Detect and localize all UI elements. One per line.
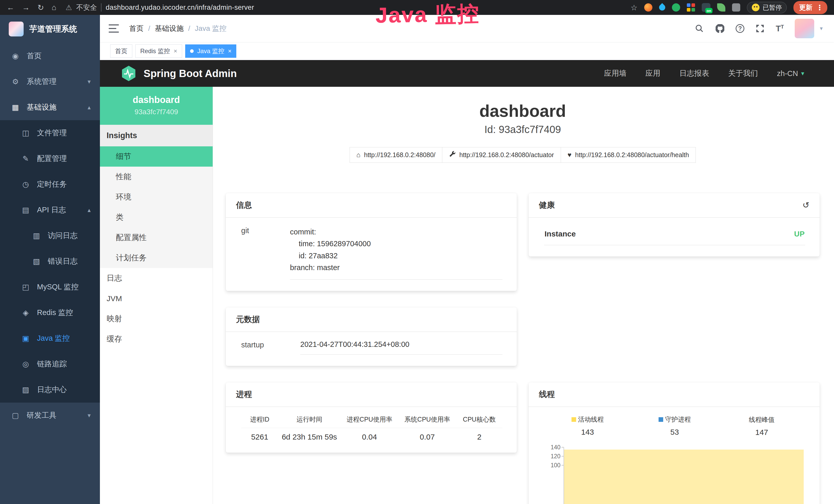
sidebar-item-file[interactable]: ◫ 文件管理 [0, 120, 100, 146]
tab-label: Redis 监控 [140, 47, 170, 55]
breadcrumb-home[interactable]: 首页 [129, 24, 144, 33]
y-tick: 120 [544, 453, 561, 460]
sba-content: dashboard Id: 93a3fc7f7409 ⌂ http://192.… [213, 87, 834, 504]
user-avatar[interactable] [795, 19, 814, 38]
github-icon[interactable] [715, 24, 725, 33]
sba-nav-journal[interactable]: 日志报表 [679, 68, 709, 78]
tab-home[interactable]: 首页 [110, 44, 132, 58]
extension-leaf-icon[interactable] [717, 3, 725, 12]
tab-label: Java 监控 [197, 47, 224, 55]
threads-legend: 活动线程 143 守护进程 53 [544, 415, 805, 437]
sba-nav-wallboard[interactable]: 应用墙 [604, 68, 627, 78]
sidebar-item-accesslog[interactable]: ▥ 访问日志 [0, 223, 100, 249]
menu-label: Java 监控 [37, 333, 70, 344]
sidebar-item-home[interactable]: ◉ 首页 [0, 43, 100, 69]
tags-view: 首页 Redis 监控 × Java 监控 × [100, 42, 834, 60]
sba-item-scheduledtasks[interactable]: 计划任务 [100, 248, 213, 268]
hamburger-icon[interactable] [109, 24, 119, 32]
sba-nav-applications[interactable]: 应用 [645, 68, 660, 78]
sidebar-item-redis[interactable]: ◈ Redis 监控 [0, 300, 100, 325]
sidebar-item-config[interactable]: ✎ 配置管理 [0, 146, 100, 171]
sidebar-item-system[interactable]: ⚙ 系统管理 ▾ [0, 69, 100, 94]
profile-paused-badge[interactable]: 已暂停 [747, 2, 787, 13]
sba-item-configprops[interactable]: 配置属性 [100, 228, 213, 248]
sidebar-item-infra[interactable]: ▦ 基础设施 ▴ [0, 94, 100, 120]
chrome-menu-kebab-icon[interactable]: ⋮ [816, 3, 823, 12]
extension-green-icon[interactable] [672, 3, 680, 12]
tab-close-icon[interactable]: × [228, 47, 232, 55]
sba-item-metrics[interactable]: 性能 [100, 167, 213, 187]
sidebar-item-apilog[interactable]: ▤ API 日志 ▴ [0, 197, 100, 223]
sidebar-item-java[interactable]: ▣ Java 监控 [0, 325, 100, 351]
menu-label: 文件管理 [37, 128, 67, 138]
reload-icon[interactable]: ↻ [38, 3, 44, 12]
tab-close-icon[interactable]: × [174, 47, 177, 55]
address-bar[interactable]: ⚠ 不安全 dashboard.yudao.iocoder.cn/infra/a… [66, 3, 254, 12]
sidebar-item-devtool[interactable]: ▢ 研发工具 ▾ [0, 403, 100, 428]
sba-item-details[interactable]: 细节 [100, 146, 213, 167]
sidebar-item-errorlog[interactable]: ▧ 错误日志 [0, 249, 100, 274]
bookmark-star-icon[interactable]: ☆ [631, 3, 637, 12]
sba-item-caches[interactable]: 缓存 [100, 329, 213, 349]
info-value: commit: time: 1596289704000 id: 27aa832 … [290, 226, 502, 280]
extensions-puzzle-icon[interactable] [732, 3, 740, 12]
sba-item-jvm[interactable]: JVM [100, 288, 213, 308]
sba-locale-select[interactable]: zh-CN ▾ [777, 69, 804, 78]
instance-link-home[interactable]: ⌂ http://192.168.0.2:48080/ [350, 147, 443, 163]
menu-label: 配置管理 [37, 154, 67, 164]
chevron-up-icon: ▴ [88, 206, 91, 214]
sidebar-item-trace[interactable]: ◎ 链路追踪 [0, 351, 100, 377]
back-icon[interactable]: ← [7, 3, 14, 12]
menu-label: 定时任务 [37, 179, 67, 189]
health-instance-row[interactable]: Instance UP [544, 226, 805, 245]
menu-label: 访问日志 [48, 231, 78, 241]
cpu-cores: 2 [456, 428, 502, 441]
chrome-update-button[interactable]: 更新 ⋮ [793, 1, 827, 14]
font-size-icon[interactable]: TT [776, 24, 784, 33]
history-icon[interactable]: ↺ [803, 200, 809, 210]
process-card-title: 进程 [226, 382, 517, 407]
help-icon[interactable]: ? [736, 24, 744, 33]
process-cpu: 0.04 [341, 428, 398, 441]
home-icon[interactable]: ⌂ [52, 3, 56, 12]
sba-logo-icon [120, 65, 137, 82]
info-key: git [241, 226, 290, 280]
tab-java-monitor[interactable]: Java 监控 × [185, 44, 236, 58]
admin-sidebar: 芋道管理系统 ◉ 首页 ⚙ 系统管理 ▾ ▦ 基础设施 ▴ ◫ 文件管理 [0, 15, 100, 504]
sba-nav: 应用墙 应用 日志报表 关于我们 zh-CN ▾ [604, 68, 804, 78]
breadcrumb-infra[interactable]: 基础设施 [155, 24, 184, 33]
fullscreen-icon[interactable] [755, 24, 765, 33]
instance-link-health[interactable]: ♥ http://192.168.0.2:48080/actuator/heal… [561, 147, 696, 163]
avatar-caret-icon[interactable]: ▾ [820, 25, 823, 32]
extension-drop-icon[interactable] [658, 3, 666, 12]
instance-links: ⌂ http://192.168.0.2:48080/ http://192.1… [226, 147, 820, 163]
extension-switch-on-icon[interactable]: on [702, 3, 710, 12]
security-warning-icon[interactable]: ⚠ [66, 3, 72, 12]
sba-brand-title[interactable]: Spring Boot Admin [144, 68, 237, 79]
sba-item-classes[interactable]: 类 [100, 207, 213, 228]
sidebar-item-mysql[interactable]: ◰ MySQL 监控 [0, 274, 100, 300]
sidebar-item-logcenter[interactable]: ▨ 日志中心 [0, 377, 100, 403]
search-icon[interactable] [695, 24, 704, 33]
url-text[interactable]: dashboard.yudao.iocoder.cn/infra/admin-s… [106, 4, 254, 12]
menu-label: MySQL 监控 [37, 282, 79, 292]
log-center-icon: ▨ [21, 385, 30, 394]
live-threads-swatch [571, 417, 576, 422]
sba-body: dashboard 93a3fc7f7409 Insights 细节 性能 环境… [100, 87, 834, 504]
app-logo[interactable]: 芋道管理系统 [0, 15, 100, 43]
link-url: http://192.168.0.2:48080/actuator/health [575, 151, 689, 159]
sba-nav-about[interactable]: 关于我们 [728, 68, 758, 78]
extension-orange-icon[interactable] [644, 3, 652, 12]
breadcrumb: 首页 / 基础设施 / Java 监控 [129, 24, 226, 33]
sba-item-mappings[interactable]: 映射 [100, 308, 213, 329]
extension-apps-grid-icon[interactable] [687, 3, 695, 12]
tab-redis-monitor[interactable]: Redis 监控 × [135, 44, 182, 58]
sba-item-logs[interactable]: 日志 [100, 268, 213, 288]
forward-icon[interactable]: → [22, 3, 30, 12]
insights-group: 细节 性能 环境 类 配置属性 计划任务 [100, 146, 213, 268]
sba-item-environment[interactable]: 环境 [100, 187, 213, 207]
sidebar-item-job[interactable]: ◷ 定时任务 [0, 171, 100, 197]
instance-link-actuator[interactable]: http://192.168.0.2:48080/actuator [442, 147, 561, 163]
metadata-card: 元数据 startup 2021-04-27T00:44:31.254+08:0… [226, 307, 517, 366]
daemon-threads-swatch [659, 417, 663, 422]
